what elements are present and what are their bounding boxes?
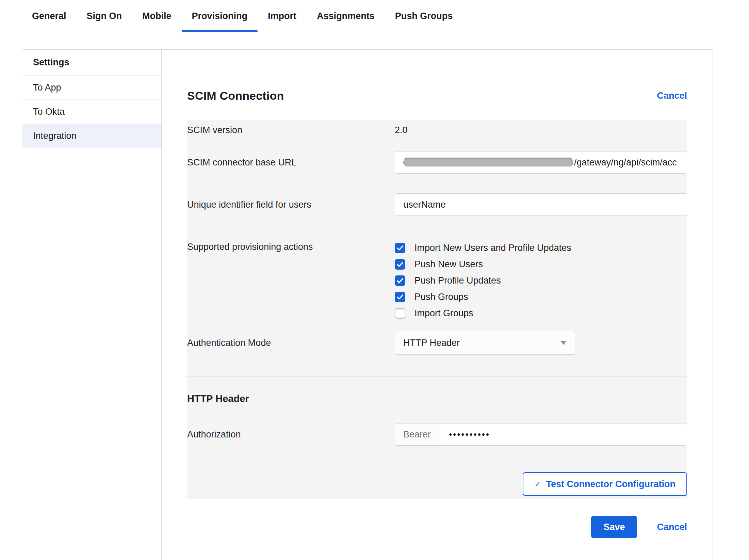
action-push-new-users-label: Push New Users [414,259,483,270]
tab-mobile-label: Mobile [142,11,172,21]
authentication-mode-value: HTTP Header [403,338,460,348]
base-url-label: SCIM connector base URL [187,157,395,168]
scim-settings-panel: SCIM version 2.0 SCIM connector base URL… [187,120,687,499]
test-connector-row: ✓ Test Connector Configuration [187,472,687,496]
tab-import-label: Import [268,11,296,21]
authorization-row: Authorization Bearer •••••••••• [187,423,687,446]
section-divider [187,377,687,377]
action-push-new-users[interactable]: Push New Users [395,256,571,272]
tab-sign-on-label: Sign On [87,11,122,21]
action-import-new-users-label: Import New Users and Profile Updates [414,243,571,253]
sidebar-item-to-okta-label: To Okta [33,107,65,117]
base-url-row: SCIM connector base URL /gateway/ng/api/… [187,151,687,174]
settings-sidebar: Settings To App To Okta Integration [22,50,162,560]
action-push-groups[interactable]: Push Groups [395,289,571,305]
form-footer: Save Cancel [187,516,687,538]
provisioning-actions-group: Import New Users and Profile Updates Pus… [395,240,571,321]
tab-provisioning[interactable]: Provisioning [182,0,258,32]
authentication-mode-label: Authentication Mode [187,338,395,348]
provisioning-card: Settings To App To Okta Integration SCIM… [22,49,713,560]
base-url-visible-suffix: /gateway/ng/api/scim/acc [574,157,677,168]
checkbox-checked-icon[interactable] [395,275,405,286]
authorization-prefix: Bearer [395,423,440,445]
authorization-label: Authorization [187,429,395,440]
provisioning-actions-row: Supported provisioning actions Import Ne… [187,240,687,321]
sidebar-item-to-app-label: To App [33,82,61,93]
test-connector-configuration-button[interactable]: ✓ Test Connector Configuration [523,472,687,496]
authorization-token-input[interactable]: •••••••••• [440,423,490,445]
save-button[interactable]: Save [591,516,637,538]
tab-sign-on[interactable]: Sign On [77,0,132,32]
action-import-new-users[interactable]: Import New Users and Profile Updates [395,240,571,256]
http-header-section-title: HTTP Header [187,393,687,404]
provisioning-actions-label: Supported provisioning actions [187,240,395,252]
checkbox-checked-icon[interactable] [395,259,405,270]
unique-identifier-input[interactable]: userName [395,193,687,216]
unique-identifier-row: Unique identifier field for users userNa… [187,193,687,216]
unique-identifier-value: userName [403,199,446,210]
scim-version-row: SCIM version 2.0 [187,125,687,135]
authorization-input-group: Bearer •••••••••• [395,423,687,446]
sidebar-item-to-okta[interactable]: To Okta [22,100,161,124]
main-header: SCIM Connection Cancel [187,89,687,102]
action-import-groups[interactable]: Import Groups [395,305,571,321]
scim-version-label: SCIM version [187,125,395,135]
tab-assignments[interactable]: Assignments [307,0,385,32]
authentication-mode-select[interactable]: HTTP Header [395,331,575,355]
tab-provisioning-label: Provisioning [192,11,248,21]
tab-general-label: General [32,11,66,21]
action-import-groups-label: Import Groups [414,308,473,319]
checkbox-checked-icon[interactable] [395,292,405,302]
sidebar-title: Settings [22,50,161,76]
test-connector-configuration-label: Test Connector Configuration [546,479,675,490]
checkbox-checked-icon[interactable] [395,243,405,253]
sidebar-item-to-app[interactable]: To App [22,76,161,100]
base-url-input[interactable]: /gateway/ng/api/scim/acc [395,151,687,174]
tab-assignments-label: Assignments [317,11,375,21]
tab-general[interactable]: General [22,0,77,32]
unique-identifier-label: Unique identifier field for users [187,199,395,210]
redaction-bar [403,158,573,166]
scim-version-value: 2.0 [395,125,408,135]
header-cancel-link[interactable]: Cancel [657,91,687,101]
check-icon: ✓ [534,480,541,489]
scim-connection-main: SCIM Connection Cancel SCIM version 2.0 … [162,50,713,560]
chevron-down-icon [560,341,567,345]
sidebar-item-integration[interactable]: Integration [22,124,161,148]
action-push-profile-updates-label: Push Profile Updates [414,275,501,286]
tab-mobile[interactable]: Mobile [132,0,182,32]
tab-push-groups[interactable]: Push Groups [385,0,463,32]
authentication-mode-row: Authentication Mode HTTP Header [187,331,687,355]
action-push-groups-label: Push Groups [414,292,468,302]
footer-cancel-link[interactable]: Cancel [657,522,687,532]
sidebar-item-integration-label: Integration [33,131,77,141]
app-tab-bar: General Sign On Mobile Provisioning Impo… [22,0,713,32]
tab-push-groups-label: Push Groups [395,11,453,21]
checkbox-unchecked-icon[interactable] [395,308,405,319]
tab-import[interactable]: Import [258,0,307,32]
action-push-profile-updates[interactable]: Push Profile Updates [395,272,571,289]
page-title: SCIM Connection [187,89,284,102]
